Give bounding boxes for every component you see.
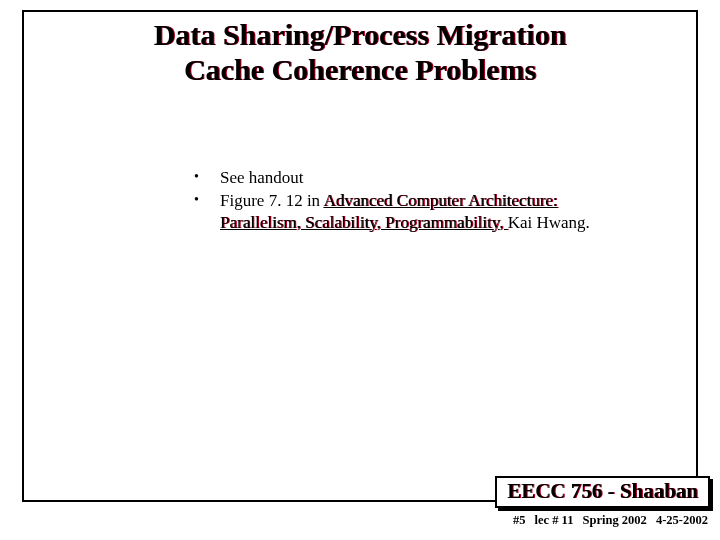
bullet-list: • See handout • Figure 7. 12 in Advanced… — [194, 167, 624, 235]
slide-number: #5 — [513, 513, 526, 527]
slide-meta: #5 lec # 11 Spring 2002 4-25-2002 — [507, 513, 708, 528]
title-line-2: Cache Coherence Problems — [24, 53, 696, 88]
bullet-text: See handout — [220, 167, 624, 188]
slide-frame: Data Sharing/Process Migration Cache Coh… — [22, 10, 698, 502]
course-footer-box: EECC 756 - Shaaban — [495, 476, 710, 508]
slide-title: Data Sharing/Process Migration Cache Coh… — [24, 12, 696, 87]
title-line-1: Data Sharing/Process Migration — [24, 18, 696, 53]
bullet-prefix: Figure 7. 12 in — [220, 191, 323, 210]
date-label: 4-25-2002 — [656, 513, 708, 527]
term-label: Spring 2002 — [583, 513, 647, 527]
bullet-tail: Kai Hwang. — [508, 213, 590, 232]
lecture-number: lec # 11 — [535, 513, 574, 527]
bullet-text: Figure 7. 12 in Advanced Computer Archit… — [220, 190, 624, 233]
bullet-plain: See handout — [220, 168, 304, 187]
bullet-icon: • — [194, 167, 220, 188]
course-label: EECC 756 - Shaaban — [507, 479, 698, 503]
bullet-icon: • — [194, 190, 220, 233]
list-item: • See handout — [194, 167, 624, 188]
list-item: • Figure 7. 12 in Advanced Computer Arch… — [194, 190, 624, 233]
